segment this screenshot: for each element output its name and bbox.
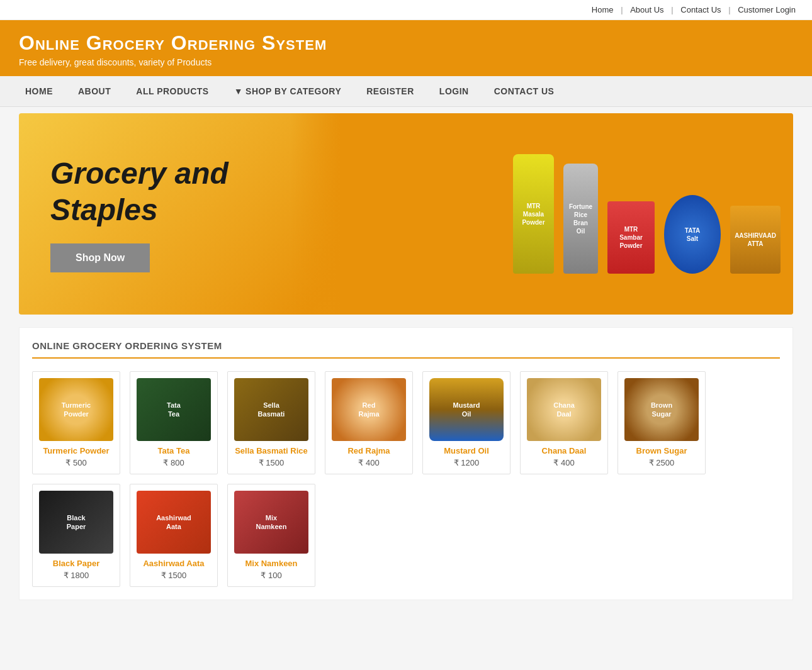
product-image-label: Tata Tea	[164, 398, 184, 422]
product-image: Turmeric Powder	[39, 378, 113, 441]
product-image: Sella Basmati	[234, 378, 308, 441]
product-name[interactable]: Red Rajma	[332, 446, 406, 455]
product-image: Tata Tea	[137, 378, 211, 441]
product-image: Mustard Oil	[429, 378, 504, 441]
product-image: Chana Daal	[527, 378, 601, 441]
product-card[interactable]: Mix NamkeenMix Namkeen₹ 100	[227, 484, 315, 587]
nav-register[interactable]: REGISTER	[354, 76, 427, 106]
product-card[interactable]: Mustard OilMustard Oil₹ 1200	[422, 371, 510, 474]
product-name[interactable]: Mix Namkeen	[234, 559, 308, 568]
product-name[interactable]: Mustard Oil	[429, 446, 504, 455]
topbar-home[interactable]: Home	[592, 5, 614, 14]
nav-all-products[interactable]: ALL PRODUCTS	[123, 76, 221, 106]
product-image: Red Rajma	[332, 378, 406, 441]
product-card[interactable]: Turmeric PowderTurmeric Powder₹ 500	[32, 371, 120, 474]
product-price: ₹ 100	[234, 571, 308, 580]
topbar-contact[interactable]: Contact Us	[680, 5, 721, 14]
banner-headline: Grocery and Staples	[50, 155, 228, 228]
product-image-label: Sella Basmati	[255, 398, 288, 422]
product-image-label: Mix Namkeen	[253, 510, 290, 535]
product-image-label: Chana Daal	[550, 398, 578, 422]
products-section: ONLINE GROCERY ORDERING SYSTEM Turmeric …	[19, 327, 793, 600]
banner-product-fortune-oil: FortuneRice BranOil	[563, 164, 598, 274]
product-name[interactable]: Aashirwad Aata	[137, 559, 211, 568]
banner-product-display: MTRMasalaPowder FortuneRice BranOil MTRS…	[290, 113, 794, 315]
product-price: ₹ 400	[332, 458, 406, 467]
banner-text-area: Grocery and Staples Shop Now	[19, 130, 260, 297]
product-image: Brown Sugar	[624, 378, 699, 441]
product-price: ₹ 1500	[137, 571, 211, 580]
main-nav: HOME ABOUT ALL PRODUCTS ▼ SHOP BY CATEGO…	[0, 76, 812, 107]
product-price: ₹ 1800	[39, 571, 113, 580]
site-subtitle: Free delivery, great discounts, variety …	[19, 57, 793, 67]
nav-login[interactable]: LOGIN	[427, 76, 482, 106]
nav-contact[interactable]: CONTACT US	[482, 76, 567, 106]
product-image-label: Brown Sugar	[648, 398, 675, 422]
product-card[interactable]: Aashirwad AataAashirwad Aata₹ 1500	[130, 484, 218, 587]
product-card[interactable]: Red RajmaRed Rajma₹ 400	[325, 371, 413, 474]
nav-shop-by-category[interactable]: ▼ SHOP BY CATEGORY	[222, 76, 354, 106]
product-image: Mix Namkeen	[234, 491, 308, 554]
topbar-login[interactable]: Customer Login	[738, 5, 796, 14]
product-image-label: Black Paper	[64, 510, 89, 535]
product-image-label: Turmeric Powder	[59, 398, 94, 422]
product-image-label: Aashirwad Aata	[153, 510, 195, 535]
hero-banner: Grocery and Staples Shop Now MTRMasalaPo…	[19, 113, 793, 315]
product-name[interactable]: Sella Basmati Rice	[234, 446, 308, 455]
product-name[interactable]: Black Paper	[39, 559, 113, 568]
banner-product-sambar: MTRSambarPowder	[607, 201, 655, 274]
product-price: ₹ 1500	[234, 458, 308, 467]
nav-home[interactable]: HOME	[13, 76, 65, 106]
section-title: ONLINE GROCERY ORDERING SYSTEM	[32, 340, 780, 359]
product-price: ₹ 500	[39, 458, 113, 467]
product-price: ₹ 400	[527, 458, 601, 467]
banner-product-mtr-masala: MTRMasalaPowder	[513, 154, 554, 274]
topbar-about[interactable]: About Us	[630, 5, 663, 14]
product-image: Black Paper	[39, 491, 113, 554]
product-image: Aashirwad Aata	[137, 491, 211, 554]
product-price: ₹ 1200	[429, 458, 504, 467]
product-card[interactable]: Chana DaalChana Daal₹ 400	[520, 371, 608, 474]
product-grid: Turmeric PowderTurmeric Powder₹ 500Tata …	[32, 371, 780, 587]
dropdown-arrow-icon: ▼	[234, 86, 243, 96]
nav-about[interactable]: ABOUT	[65, 76, 123, 106]
product-name[interactable]: Turmeric Powder	[39, 446, 113, 455]
header: Online Grocery Ordering System Free deli…	[0, 20, 812, 76]
product-name[interactable]: Tata Tea	[137, 446, 211, 455]
product-card[interactable]: Brown SugarBrown Sugar₹ 2500	[617, 371, 706, 474]
site-title: Online Grocery Ordering System	[19, 31, 793, 55]
banner-products-row: MTRMasalaPowder FortuneRice BranOil MTRS…	[513, 154, 781, 274]
shop-now-button[interactable]: Shop Now	[50, 243, 150, 272]
product-price: ₹ 800	[137, 458, 211, 467]
product-card[interactable]: Black PaperBlack Paper₹ 1800	[32, 484, 120, 587]
product-card[interactable]: Sella BasmatiSella Basmati Rice₹ 1500	[227, 371, 315, 474]
banner-product-tata-salt: TATASalt	[664, 195, 721, 274]
product-image-label: Red Rajma	[355, 398, 382, 422]
top-bar: Home | About Us | Contact Us | Customer …	[0, 0, 812, 20]
product-image-label: Mustard Oil	[450, 398, 483, 422]
banner-product-aashirvaad: AASHIRVAADATTA	[730, 206, 781, 274]
product-card[interactable]: Tata TeaTata Tea₹ 800	[130, 371, 218, 474]
product-name[interactable]: Brown Sugar	[624, 446, 699, 455]
product-name[interactable]: Chana Daal	[527, 446, 601, 455]
product-price: ₹ 2500	[624, 458, 699, 467]
